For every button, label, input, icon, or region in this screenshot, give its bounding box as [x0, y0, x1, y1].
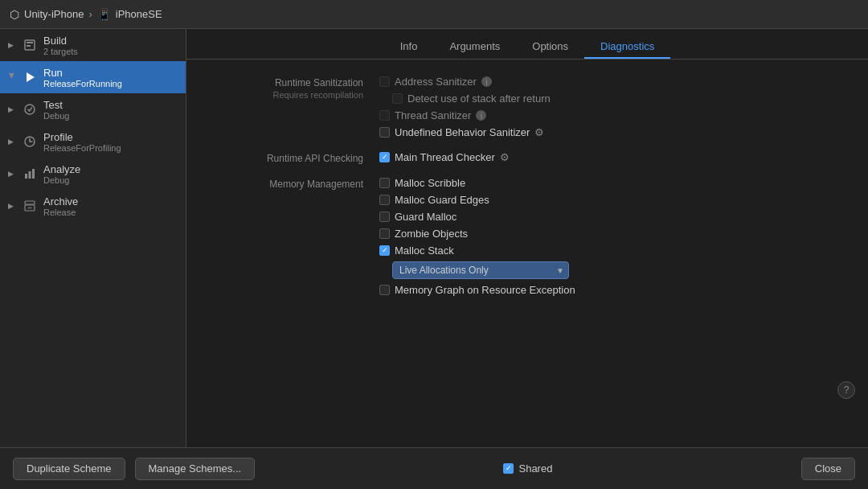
analyze-sublabel: Debug	[43, 175, 80, 185]
build-icon	[23, 38, 37, 52]
manage-schemes-button[interactable]: Manage Schemes...	[135, 458, 256, 480]
runtime-sanitization-sublabel: Requires recompilation	[273, 90, 364, 100]
sidebar-item-archive[interactable]: ▶ Archive Release	[0, 190, 186, 222]
sidebar-item-build[interactable]: ▶ Build 2 targets	[0, 29, 186, 61]
runtime-sanitization-label: Runtime Sanitization	[275, 76, 363, 88]
detect-stack-checkbox[interactable]	[392, 93, 403, 104]
profile-label: Profile	[43, 131, 121, 143]
tab-info[interactable]: Info	[384, 35, 434, 59]
tab-diagnostics[interactable]: Diagnostics	[584, 35, 670, 59]
address-sanitizer-row: Address Sanitizer i	[379, 76, 551, 88]
zombie-objects-checkbox[interactable]	[379, 228, 390, 239]
archive-icon	[23, 199, 37, 213]
duplicate-scheme-button[interactable]: Duplicate Scheme	[13, 458, 125, 480]
main-thread-checker-gear-icon[interactable]: ⚙	[500, 151, 510, 163]
svg-line-6	[30, 108, 32, 111]
memory-management-items: Malloc Scribble Malloc Guard Edges Guard…	[379, 177, 575, 296]
thread-sanitizer-row: Thread Sanitizer i	[379, 109, 551, 121]
runtime-sanitization-items: Address Sanitizer i Detect use of stack …	[379, 76, 551, 138]
svg-rect-12	[32, 169, 35, 179]
test-label: Test	[43, 99, 69, 111]
shared-label: Shared	[518, 462, 552, 475]
archive-label: Archive	[43, 195, 78, 208]
malloc-stack-checkbox[interactable]	[379, 245, 390, 256]
run-icon	[23, 70, 37, 84]
title-bar: ⬡ Unity-iPhone › 📱 iPhoneSE	[0, 0, 868, 29]
main-thread-checker-label: Main Thread Checker	[395, 151, 495, 163]
svg-marker-3	[27, 72, 35, 82]
main-area: ▶ Build 2 targets ▶ Run	[0, 29, 868, 447]
malloc-scribble-row: Malloc Scribble	[379, 177, 575, 189]
close-button[interactable]: Close	[801, 458, 855, 480]
svg-rect-1	[27, 42, 33, 43]
detect-stack-row: Detect use of stack after return	[379, 92, 551, 105]
arrow-test: ▶	[8, 105, 16, 113]
memory-graph-label: Memory Graph on Resource Exception	[395, 284, 575, 296]
malloc-stack-select-wrapper[interactable]: All Allocations and Free HistoryLive All…	[392, 261, 569, 279]
malloc-stack-dropdown-wrapper: All Allocations and Free HistoryLive All…	[392, 261, 575, 279]
runtime-api-checking-label: Runtime API Checking	[267, 151, 363, 164]
guard-malloc-label: Guard Malloc	[395, 211, 457, 223]
title-separator: ›	[88, 8, 92, 20]
malloc-scribble-checkbox[interactable]	[379, 178, 390, 188]
undefined-behavior-checkbox[interactable]	[379, 127, 390, 138]
zombie-objects-row: Zombie Objects	[379, 228, 575, 240]
test-icon	[23, 102, 37, 117]
memory-graph-row: Memory Graph on Resource Exception	[379, 284, 575, 296]
undefined-behavior-label: Undefined Behavior Sanitizer	[395, 126, 530, 138]
svg-rect-2	[27, 45, 31, 47]
malloc-guard-edges-label: Malloc Guard Edges	[395, 194, 489, 206]
svg-point-4	[25, 105, 35, 114]
runtime-sanitization-section: Runtime Sanitization Requires recompilat…	[219, 76, 836, 138]
shared-row: Shared	[503, 462, 552, 475]
svg-rect-10	[25, 174, 27, 179]
tab-arguments[interactable]: Arguments	[433, 35, 516, 59]
arrow-run: ▶	[8, 73, 16, 81]
svg-rect-13	[25, 201, 35, 204]
build-label: Build	[43, 35, 78, 47]
tabs-bar: Info Arguments Options Diagnostics	[186, 29, 868, 60]
device-icon: 📱	[97, 8, 111, 21]
runtime-api-checking-section: Runtime API Checking Main Thread Checker…	[219, 151, 836, 164]
thread-sanitizer-checkbox[interactable]	[379, 110, 390, 121]
address-sanitizer-label: Address Sanitizer	[395, 76, 477, 88]
guard-malloc-checkbox[interactable]	[379, 212, 390, 222]
bottom-bar: Duplicate Scheme Manage Schemes... Share…	[0, 447, 868, 489]
tab-options[interactable]: Options	[516, 35, 584, 59]
memory-management-label: Memory Management	[269, 177, 363, 190]
analyze-icon	[23, 166, 37, 181]
sidebar-item-test[interactable]: ▶ Test Debug	[0, 93, 186, 125]
memory-graph-checkbox[interactable]	[379, 285, 390, 295]
main-thread-checker-checkbox[interactable]	[379, 152, 390, 162]
sidebar: ▶ Build 2 targets ▶ Run	[0, 29, 186, 447]
arrow-profile: ▶	[8, 138, 16, 146]
archive-sublabel: Release	[43, 208, 78, 217]
undefined-behavior-row: Undefined Behavior Sanitizer ⚙	[379, 126, 551, 138]
app-name: Unity-iPhone	[24, 8, 84, 20]
address-sanitizer-checkbox[interactable]	[379, 76, 390, 87]
main-thread-checker-row: Main Thread Checker ⚙	[379, 151, 510, 163]
shared-checkbox[interactable]	[503, 463, 514, 474]
help-button[interactable]: ?	[837, 381, 855, 399]
malloc-stack-row: Malloc Stack	[379, 244, 575, 257]
malloc-guard-edges-row: Malloc Guard Edges	[379, 194, 575, 206]
profile-sublabel: ReleaseForProfiling	[43, 143, 121, 153]
malloc-stack-dropdown[interactable]: All Allocations and Free HistoryLive All…	[392, 261, 569, 279]
sidebar-item-run[interactable]: ▶ Run ReleaseForRunning	[0, 61, 186, 93]
run-sublabel: ReleaseForRunning	[43, 79, 122, 88]
sidebar-item-analyze[interactable]: ▶ Analyze Debug	[0, 158, 186, 190]
zombie-objects-label: Zombie Objects	[395, 228, 468, 240]
thread-sanitizer-info-icon[interactable]: i	[476, 110, 486, 121]
app-icon: ⬡	[10, 8, 19, 21]
profile-icon	[23, 134, 37, 149]
address-sanitizer-info-icon[interactable]: i	[481, 76, 492, 87]
sidebar-item-profile[interactable]: ▶ Profile ReleaseForProfiling	[0, 125, 186, 158]
arrow-archive: ▶	[8, 202, 16, 210]
memory-management-section: Memory Management Malloc Scribble Malloc…	[219, 177, 836, 296]
build-sublabel: 2 targets	[43, 47, 78, 56]
malloc-guard-edges-checkbox[interactable]	[379, 195, 390, 205]
undefined-behavior-gear-icon[interactable]: ⚙	[534, 126, 544, 138]
test-sublabel: Debug	[43, 111, 69, 121]
thread-sanitizer-label: Thread Sanitizer	[395, 109, 471, 121]
arrow-analyze: ▶	[8, 170, 16, 178]
